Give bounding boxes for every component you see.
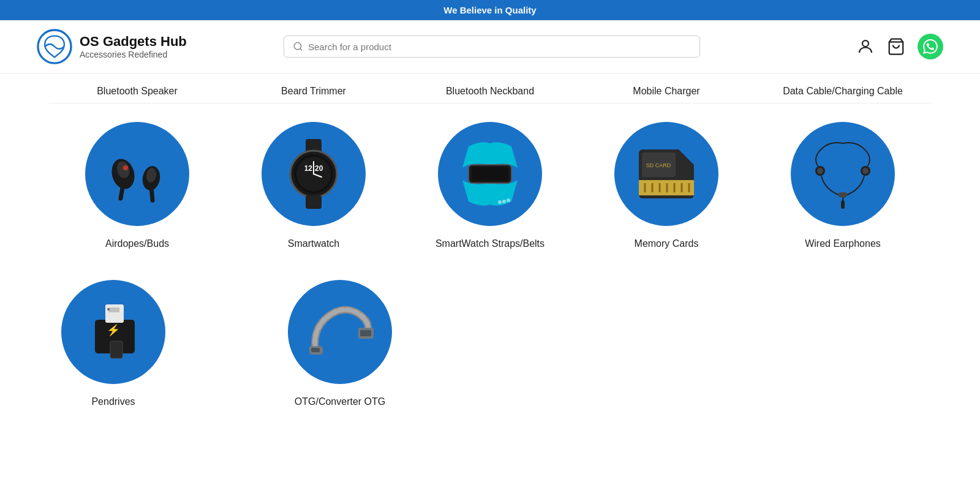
svg-point-24 xyxy=(498,200,502,204)
svg-rect-21 xyxy=(472,167,508,181)
earphones-icon xyxy=(803,134,883,214)
svg-rect-42 xyxy=(839,192,847,197)
cat-airdopes[interactable]: Airdopes/Buds xyxy=(79,122,195,249)
svg-point-3 xyxy=(862,40,869,47)
cat-pendrives-circle: ⚡ xyxy=(61,280,165,384)
search-icon xyxy=(293,41,303,52)
cat-bluetooth-neckband[interactable]: Bluetooth Neckband xyxy=(402,86,578,97)
cat-earphones-circle xyxy=(791,122,895,226)
cat-straps[interactable]: SmartWatch Straps/Belts xyxy=(432,122,548,249)
svg-rect-41 xyxy=(841,200,845,209)
cat-bluetooth-speaker[interactable]: Bluetooth Speaker xyxy=(49,86,225,97)
categories-section: Bluetooth Speaker Beard Trimmer Bluetoot… xyxy=(0,74,980,432)
svg-point-7 xyxy=(123,165,128,170)
cart-button[interactable] xyxy=(887,37,905,56)
svg-rect-47 xyxy=(110,341,123,358)
smartwatch-icon: 12:20 xyxy=(274,134,353,214)
svg-rect-19 xyxy=(306,195,322,209)
cat-pendrives-label: Pendrives xyxy=(91,396,135,407)
cat-memory-label: Memory Cards xyxy=(635,238,699,249)
cat-memory-cards[interactable]: SD CARD Memory Cards xyxy=(608,122,725,249)
banner-text: We Believe in Quality xyxy=(443,5,536,15)
memory-card-icon: SD CARD xyxy=(627,134,706,214)
header: OS Gadgets Hub Accessories Redefined xyxy=(0,20,980,74)
search-input[interactable] xyxy=(308,42,691,52)
cat-wired-earphones[interactable]: Wired Earphones xyxy=(785,122,901,249)
whatsapp-icon xyxy=(923,39,938,54)
svg-rect-44 xyxy=(105,304,124,323)
top-banner: We Believe in Quality xyxy=(0,0,980,20)
header-icons xyxy=(856,34,943,59)
account-icon xyxy=(856,37,875,56)
cat-smartwatch-label: Smartwatch xyxy=(288,238,339,249)
whatsapp-button[interactable] xyxy=(918,34,943,59)
svg-line-11 xyxy=(151,187,153,200)
category-row-2: Airdopes/Buds 12:20 xyxy=(49,122,931,249)
straps-icon xyxy=(450,134,530,214)
svg-rect-50 xyxy=(360,330,371,336)
svg-point-40 xyxy=(817,168,823,174)
cat-airdopes-label: Airdopes/Buds xyxy=(105,238,169,249)
cat-straps-label: SmartWatch Straps/Belts xyxy=(435,238,545,249)
svg-text:⚡: ⚡ xyxy=(107,323,121,337)
svg-point-46 xyxy=(107,308,110,311)
svg-line-2 xyxy=(300,48,302,50)
svg-point-23 xyxy=(502,200,506,203)
cat-airdopes-circle xyxy=(85,122,189,226)
earbuds-icon xyxy=(97,134,177,214)
cat-memory-circle: SD CARD xyxy=(614,122,718,226)
account-button[interactable] xyxy=(856,37,875,56)
svg-point-38 xyxy=(862,168,869,174)
cat-smartwatch[interactable]: 12:20 Smartwatch xyxy=(255,122,372,249)
svg-rect-52 xyxy=(311,348,320,352)
svg-rect-45 xyxy=(108,307,119,312)
svg-point-22 xyxy=(507,198,510,202)
logo-area: OS Gadgets Hub Accessories Redefined xyxy=(37,29,196,64)
logo-text: OS Gadgets Hub Accessories Redefined xyxy=(80,34,187,59)
cat-otg-circle xyxy=(288,280,392,384)
category-row-3: ⚡ Pendrives OT xyxy=(49,280,931,407)
cat-data-cable[interactable]: Data Cable/Charging Cable xyxy=(755,86,931,97)
svg-text:SD CARD: SD CARD xyxy=(646,162,671,168)
otg-icon xyxy=(300,292,380,372)
cat-otg[interactable]: OTG/Converter OTG xyxy=(282,280,398,407)
search-bar[interactable] xyxy=(284,36,700,58)
cat-otg-label: OTG/Converter OTG xyxy=(295,396,385,407)
svg-point-1 xyxy=(294,43,301,50)
pendrive-icon: ⚡ xyxy=(74,292,153,372)
category-row-text: Bluetooth Speaker Beard Trimmer Bluetoot… xyxy=(49,80,931,104)
cart-icon xyxy=(887,37,905,56)
cat-pendrives[interactable]: ⚡ Pendrives xyxy=(55,280,172,407)
cat-mobile-charger[interactable]: Mobile Charger xyxy=(578,86,755,97)
cat-beard-trimmer[interactable]: Beard Trimmer xyxy=(225,86,402,97)
cat-smartwatch-circle: 12:20 xyxy=(262,122,366,226)
svg-line-10 xyxy=(121,184,123,198)
logo-icon xyxy=(37,29,72,64)
cat-straps-circle xyxy=(438,122,542,226)
logo-title: OS Gadgets Hub xyxy=(80,34,187,50)
cat-earphones-label: Wired Earphones xyxy=(805,238,881,249)
logo-subtitle: Accessories Redefined xyxy=(80,50,187,59)
